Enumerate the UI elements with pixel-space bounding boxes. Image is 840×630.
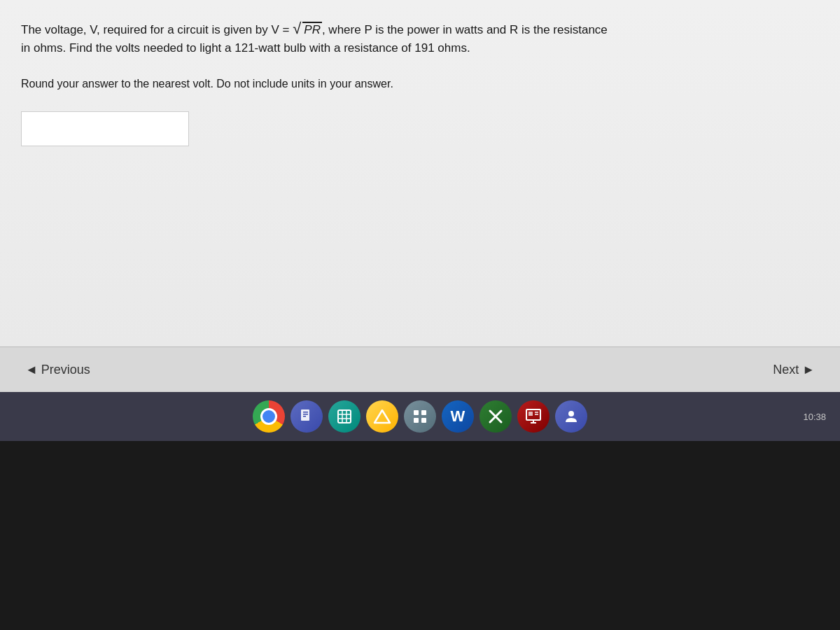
svg-rect-12 bbox=[414, 418, 419, 423]
question-part3: in ohms. Find the volts needed to light … bbox=[21, 41, 470, 55]
drive-icon[interactable] bbox=[366, 400, 398, 433]
next-button[interactable]: Next ► bbox=[762, 357, 826, 383]
presentation-icon[interactable] bbox=[517, 400, 550, 433]
question-text: The voltage, V, required for a circuit i… bbox=[21, 21, 819, 57]
main-content: The voltage, V, required for a circuit i… bbox=[0, 0, 840, 392]
sheets-icon[interactable] bbox=[328, 400, 360, 433]
person-icon[interactable] bbox=[555, 400, 587, 433]
chrome-icon[interactable] bbox=[253, 400, 285, 433]
sqrt-content: PR bbox=[302, 22, 322, 36]
svg-rect-0 bbox=[301, 410, 309, 421]
svg-rect-13 bbox=[421, 418, 426, 423]
answer-input-box[interactable] bbox=[21, 111, 189, 146]
svg-rect-1 bbox=[303, 412, 308, 413]
svg-rect-3 bbox=[303, 416, 306, 417]
question-part1: The voltage, V, required for a circuit i… bbox=[21, 23, 293, 36]
formula: √PR bbox=[293, 23, 322, 36]
instruction-label: Round your answer to the nearest volt. D… bbox=[21, 78, 393, 90]
taskbar-time: 10:38 bbox=[803, 412, 826, 422]
word-letter: W bbox=[451, 407, 465, 426]
previous-button[interactable]: ◄ Previous bbox=[14, 357, 102, 383]
svg-point-22 bbox=[568, 411, 574, 416]
svg-rect-17 bbox=[528, 412, 533, 416]
question-part2: , where P is the power in watts and R is… bbox=[322, 23, 608, 36]
dark-bottom bbox=[0, 441, 840, 630]
svg-marker-9 bbox=[374, 410, 390, 423]
excel-icon[interactable] bbox=[479, 400, 512, 433]
answer-input-container bbox=[21, 111, 819, 146]
time-display: 10:38 bbox=[803, 412, 826, 422]
svg-rect-10 bbox=[414, 410, 419, 415]
sqrt-symbol: √ bbox=[293, 20, 301, 37]
files-icon[interactable] bbox=[290, 400, 323, 433]
taskbar: W 10:38 bbox=[0, 392, 840, 441]
word-icon[interactable]: W bbox=[442, 400, 474, 433]
nav-bar: ◄ Previous Next ► bbox=[0, 346, 840, 392]
svg-rect-11 bbox=[421, 410, 426, 415]
instruction-text: Round your answer to the nearest volt. D… bbox=[21, 78, 819, 90]
svg-rect-2 bbox=[303, 414, 308, 415]
slides-icon[interactable] bbox=[404, 400, 436, 433]
svg-rect-4 bbox=[338, 410, 351, 423]
